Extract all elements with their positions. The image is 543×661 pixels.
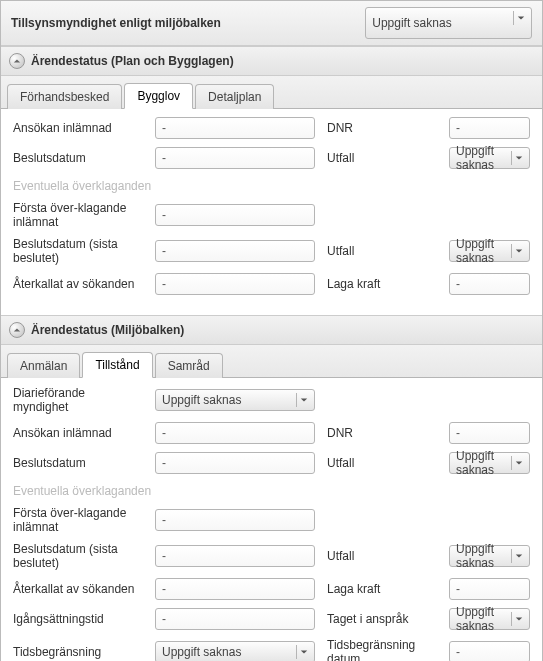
tab-forhandsbesked[interactable]: Förhandsbesked	[7, 84, 122, 109]
pbl-ansokan-label: Ansökan inlämnad	[13, 121, 143, 135]
mb-section-title: Ärendestatus (Miljöbalken)	[31, 323, 184, 337]
mb-beslutsdatum-input[interactable]	[155, 452, 315, 474]
tab-samrad[interactable]: Samråd	[155, 353, 223, 378]
mb-utfall2-label: Utfall	[327, 549, 437, 563]
chevron-up-icon	[9, 322, 25, 338]
chevron-down-icon	[511, 612, 525, 626]
mb-aterkallat-label: Återkallat av sökanden	[13, 582, 143, 596]
mb-tidsbegr-datum-input[interactable]	[449, 641, 530, 661]
pbl-forsta-input[interactable]	[155, 204, 315, 226]
mb-tidsbegr-label: Tidsbegränsning	[13, 645, 143, 659]
mb-panel: Diarieförande myndighet Uppgift saknas A…	[1, 378, 542, 661]
pbl-aterkallat-label: Återkallat av sökanden	[13, 277, 143, 291]
pbl-panel: Ansökan inlämnad DNR Beslutsdatum Utfall…	[1, 109, 542, 315]
mb-tidsbegr-select[interactable]: Uppgift saknas	[155, 641, 315, 661]
mb-tidsbegr-value: Uppgift saknas	[162, 645, 241, 659]
mb-forsta-input[interactable]	[155, 509, 315, 531]
pbl-utfall2-select[interactable]: Uppgift saknas	[449, 240, 530, 262]
tab-anmalan[interactable]: Anmälan	[7, 353, 80, 378]
pbl-beslutsdatum-input[interactable]	[155, 147, 315, 169]
mb-taget-label: Taget i anspråk	[327, 612, 437, 626]
mb-tabs: Anmälan Tillstånd Samråd	[1, 345, 542, 378]
pbl-section-header[interactable]: Ärendestatus (Plan och Bygglagen)	[1, 46, 542, 76]
mb-aterkallat-input[interactable]	[155, 578, 315, 600]
mb-utfall-select[interactable]: Uppgift saknas	[449, 452, 530, 474]
mb-igang-label: Igångsättningstid	[13, 612, 143, 626]
mb-dnr-input[interactable]	[449, 422, 530, 444]
pbl-section-title: Ärendestatus (Plan och Bygglagen)	[31, 54, 234, 68]
mb-beslut-sista-input[interactable]	[155, 545, 315, 567]
mb-beslut-sista-label: Beslutsdatum (sista beslutet)	[13, 542, 143, 570]
chevron-down-icon	[296, 393, 310, 407]
pbl-dnr-label: DNR	[327, 121, 437, 135]
mb-ansokan-input[interactable]	[155, 422, 315, 444]
mb-igang-input[interactable]	[155, 608, 315, 630]
tab-detaljplan[interactable]: Detaljplan	[195, 84, 274, 109]
tillsynsmyndighet-label: Tillsynsmyndighet enligt miljöbalken	[11, 16, 365, 30]
mb-ansokan-label: Ansökan inlämnad	[13, 426, 143, 440]
tillsynsmyndighet-value: Uppgift saknas	[372, 16, 451, 30]
pbl-beslut-sista-input[interactable]	[155, 240, 315, 262]
mb-section-header[interactable]: Ärendestatus (Miljöbalken)	[1, 315, 542, 345]
chevron-up-icon	[9, 53, 25, 69]
mb-diarie-label: Diarieförande myndighet	[13, 386, 143, 414]
chevron-down-icon	[511, 549, 525, 563]
tab-tillstand[interactable]: Tillstånd	[82, 352, 152, 378]
mb-beslutsdatum-label: Beslutsdatum	[13, 456, 143, 470]
pbl-tabs: Förhandsbesked Bygglov Detaljplan	[1, 76, 542, 109]
mb-forsta-label: Första över-klagande inlämnat	[13, 506, 143, 534]
pbl-utfall2-label: Utfall	[327, 244, 437, 258]
chevron-down-icon	[511, 151, 525, 165]
mb-tidsbegr-datum-label: Tidsbegränsning datum	[327, 638, 437, 661]
pbl-aterkallat-input[interactable]	[155, 273, 315, 295]
mb-utfall2-select[interactable]: Uppgift saknas	[449, 545, 530, 567]
mb-diarie-select[interactable]: Uppgift saknas	[155, 389, 315, 411]
pbl-forsta-label: Första över-klagande inlämnat	[13, 201, 143, 229]
chevron-down-icon	[511, 244, 525, 258]
mb-lagakraft-label: Laga kraft	[327, 582, 437, 596]
pbl-overklag-header: Eventuella överklaganden	[13, 179, 530, 193]
mb-diarie-value: Uppgift saknas	[162, 393, 241, 407]
pbl-utfall-label: Utfall	[327, 151, 437, 165]
pbl-beslutsdatum-label: Beslutsdatum	[13, 151, 143, 165]
pbl-ansokan-input[interactable]	[155, 117, 315, 139]
chevron-down-icon	[511, 456, 525, 470]
mb-utfall-label: Utfall	[327, 456, 437, 470]
pbl-utfall-select[interactable]: Uppgift saknas	[449, 147, 530, 169]
tillsynsmyndighet-select[interactable]: Uppgift saknas	[365, 7, 532, 39]
mb-lagakraft-input[interactable]	[449, 578, 530, 600]
chevron-down-icon	[296, 645, 310, 659]
mb-overklag-header: Eventuella överklaganden	[13, 484, 530, 498]
pbl-dnr-input[interactable]	[449, 117, 530, 139]
pbl-lagakraft-label: Laga kraft	[327, 277, 437, 291]
chevron-down-icon	[513, 11, 527, 25]
mb-dnr-label: DNR	[327, 426, 437, 440]
tab-bygglov[interactable]: Bygglov	[124, 83, 193, 109]
pbl-lagakraft-input[interactable]	[449, 273, 530, 295]
mb-taget-select[interactable]: Uppgift saknas	[449, 608, 530, 630]
pbl-beslut-sista-label: Beslutsdatum (sista beslutet)	[13, 237, 143, 265]
